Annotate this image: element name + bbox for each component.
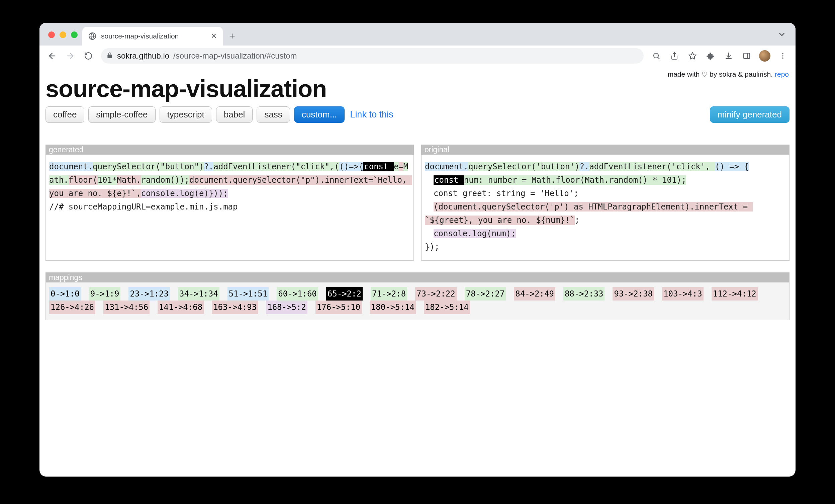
tok: as HTMLParagraphElement). (569, 202, 695, 211)
mapping-token[interactable]: 23->1:23 (128, 287, 170, 301)
browser-toolbar: sokra.github.io/source-map-visualization… (39, 45, 796, 66)
tok: 101* (98, 175, 117, 185)
mapping-token[interactable]: 65->2:2 (326, 287, 363, 301)
tok: random()); (141, 175, 190, 185)
tok: = (399, 162, 403, 172)
coffee-button[interactable]: coffee (45, 106, 84, 123)
mapping-token[interactable]: 0->1:0 (49, 287, 81, 301)
mappings-body[interactable]: 0->1:09->1:923->1:2334->1:3451->1:5160->… (46, 282, 789, 320)
tabs-dropdown-icon[interactable] (777, 30, 786, 40)
tok: num (491, 229, 506, 238)
mapping-token[interactable]: 176->5:10 (315, 301, 362, 314)
new-tab-button[interactable]: + (223, 27, 242, 45)
tok: }!`, (122, 189, 141, 198)
minify-generated-button[interactable]: minify generated (710, 106, 790, 123)
browser-tab[interactable]: source-map-visualization ✕ (82, 27, 223, 45)
tok: addEventListener("click",( (213, 162, 339, 172)
tok: )})); (204, 189, 228, 198)
extensions-icon[interactable] (702, 48, 718, 64)
mapping-token[interactable]: 163->4:93 (212, 301, 258, 314)
search-icon[interactable] (648, 48, 665, 64)
maximize-window-button[interactable] (71, 32, 78, 38)
mapping-token[interactable]: 112->4:12 (712, 287, 758, 301)
tok: ); (506, 229, 516, 238)
tok: querySelector("p"). (233, 175, 325, 185)
tok: * (648, 175, 662, 185)
forward-button[interactable] (62, 48, 78, 64)
tok: num (546, 216, 560, 225)
bookmark-star-icon[interactable] (685, 48, 700, 64)
tok: }!` (561, 216, 575, 225)
reload-button[interactable] (80, 48, 96, 64)
mapping-token[interactable]: 126->4:26 (49, 301, 95, 314)
mapping-token[interactable]: 182->5:14 (424, 301, 470, 314)
mapping-token[interactable]: 71->2:8 (371, 287, 407, 301)
generated-label: generated (45, 145, 414, 155)
tok: `${greet}, you are no. ${ (425, 216, 546, 225)
source-map-comment: //# sourceMappingURL=example.min.js.map (49, 202, 238, 211)
mapping-token[interactable]: 180->5:14 (370, 301, 416, 314)
tok: 101 (662, 175, 676, 185)
generated-code[interactable]: document.querySelector("button")?.addEve… (46, 155, 413, 238)
tok: Math. (532, 175, 556, 185)
tok: ()=>{ (339, 162, 363, 172)
mapping-token[interactable]: 60->1:60 (277, 287, 318, 301)
address-bar[interactable]: sokra.github.io/source-map-visualization… (101, 48, 644, 64)
mapping-token[interactable]: 141->4:68 (158, 301, 204, 314)
tok: document. (189, 175, 233, 185)
side-panel-icon[interactable] (739, 48, 755, 64)
tok: addEventListener('click', (589, 162, 715, 172)
tok: querySelector('button') (468, 162, 579, 172)
tok: () => { (715, 162, 749, 172)
mapping-token[interactable]: 73->2:22 (415, 287, 457, 301)
tok: console. (141, 189, 180, 198)
mapping-token[interactable]: 51->1:51 (227, 287, 269, 301)
tok: document. (49, 162, 93, 172)
mapping-token[interactable]: 9->1:9 (89, 287, 121, 301)
attribution-mid: by sokra & paulirish. (708, 70, 775, 78)
back-button[interactable] (44, 48, 60, 64)
attribution-prefix: made with (668, 70, 702, 78)
tok: const greet: string = 'Hello'; (433, 189, 578, 198)
close-window-button[interactable] (48, 32, 55, 38)
tab-title: source-map-visualization (101, 32, 206, 40)
minimize-window-button[interactable] (60, 32, 66, 38)
mapping-token[interactable]: 103->4:3 (662, 287, 704, 301)
mappings-label: mappings (45, 273, 790, 282)
mapping-token[interactable]: 78->2:27 (465, 287, 506, 301)
mapping-token[interactable]: 88->2:33 (563, 287, 605, 301)
mapping-token[interactable]: 131->4:56 (103, 301, 149, 314)
sass-button[interactable]: sass (257, 106, 290, 123)
tok: const (363, 162, 394, 172)
tab-strip: source-map-visualization ✕ + (39, 23, 796, 45)
close-tab-icon[interactable]: ✕ (211, 32, 217, 40)
tok: floor( (556, 175, 585, 185)
tok: querySelector('p') (482, 202, 569, 211)
simple-coffee-button[interactable]: simple-coffee (88, 106, 155, 123)
tok: = (738, 202, 752, 211)
mapping-token[interactable]: 168->5:2 (266, 301, 307, 314)
original-code[interactable]: document.querySelector('button')?.addEve… (422, 155, 789, 260)
downloads-icon[interactable] (720, 48, 737, 64)
profile-avatar[interactable] (757, 48, 773, 64)
mapping-token[interactable]: 84->2:49 (514, 287, 555, 301)
custom-button[interactable]: custom... (294, 106, 345, 123)
repo-link[interactable]: repo (775, 70, 789, 78)
heart-icon: ♡ (701, 70, 708, 78)
share-icon[interactable] (666, 48, 683, 64)
tok: console. (433, 229, 472, 238)
globe-icon (88, 32, 96, 40)
mapping-token[interactable]: 93->2:38 (613, 287, 654, 301)
window-controls (48, 32, 78, 38)
babel-button[interactable]: babel (216, 106, 253, 123)
mapping-token[interactable]: 34->1:34 (178, 287, 220, 301)
svg-marker-6 (689, 52, 696, 59)
kebab-menu-icon[interactable] (775, 48, 791, 64)
generated-panel: generated document.querySelector("button… (45, 154, 414, 261)
tok: e (394, 162, 399, 172)
tok: document. (425, 162, 468, 172)
original-panel: original document.querySelector('button'… (421, 154, 790, 261)
link-to-this[interactable]: Link to this (350, 109, 393, 120)
controls-row: coffee simple-coffee typescript babel sa… (43, 105, 792, 129)
typescript-button[interactable]: typescript (160, 106, 212, 123)
